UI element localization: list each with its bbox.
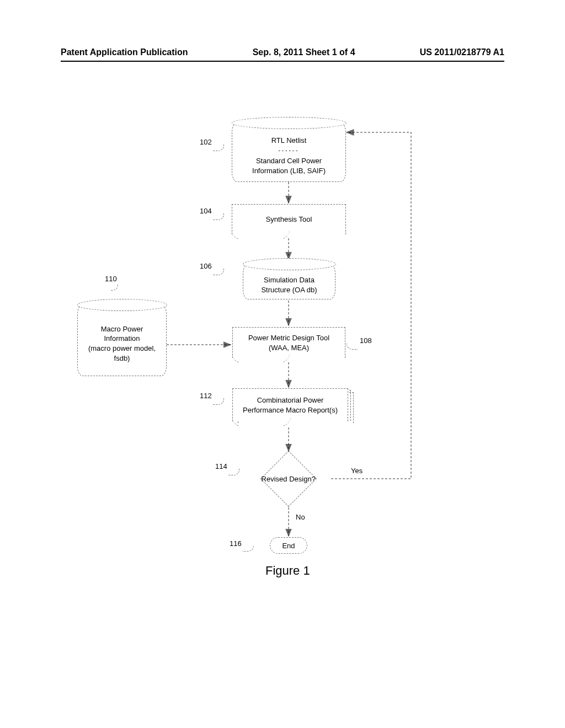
sim-line1: Simulation Data: [264, 275, 315, 285]
ref-102: 102: [200, 138, 212, 146]
figure-label: Figure 1: [265, 564, 310, 578]
macro-line4: fsdb): [114, 354, 130, 363]
macro-line3: (macro power model,: [88, 344, 156, 354]
node-reports: Combinatorial Power Performance Macro Re…: [232, 388, 348, 421]
callout-114: [228, 469, 239, 475]
divider: ------: [279, 147, 300, 154]
header-divider: [61, 61, 504, 62]
node-end: End: [270, 537, 307, 554]
sim-line2: Structure (OA db): [261, 285, 317, 295]
macro-line1: Macro Power: [101, 324, 143, 334]
end-text: End: [282, 542, 295, 550]
callout-112: [213, 398, 224, 405]
flowchart-diagram: RTL Netlist ------ Standard Cell Power I…: [0, 116, 565, 667]
header-left: Patent Application Publication: [61, 47, 188, 57]
ref-112: 112: [200, 392, 212, 400]
pm-line1: Power Metric Design Tool: [248, 333, 329, 343]
doc-curve: [232, 417, 349, 426]
macro-line2: Information: [104, 334, 140, 344]
ref-106: 106: [200, 262, 212, 270]
callout-104: [213, 213, 224, 220]
callout-116: [243, 546, 254, 552]
node-synthesis-tool: Synthesis Tool: [232, 204, 346, 234]
ref-104: 104: [200, 207, 212, 215]
decision-text: Revised Design?: [262, 475, 316, 483]
pm-line2: (WAA, MEA): [269, 343, 309, 353]
label-yes: Yes: [351, 467, 363, 475]
rtl-title: RTL Netlist: [271, 136, 307, 146]
doc-curve: [232, 354, 346, 362]
ref-110: 110: [105, 275, 117, 283]
node-simulation-data: Simulation Data Structure (OA db): [243, 264, 335, 299]
rtl-line3: Information (LIB, SAIF): [252, 166, 326, 176]
header-center: Sep. 8, 2011 Sheet 1 of 4: [253, 47, 355, 57]
ref-108: 108: [360, 336, 372, 345]
db-ellipse-top: [232, 117, 347, 129]
doc-curve: [232, 230, 347, 239]
ref-116: 116: [230, 539, 242, 548]
rep-line2: Performance Macro Report(s): [243, 405, 338, 415]
callout-108: [347, 343, 358, 350]
node-rtl-netlist: RTL Netlist ------ Standard Cell Power I…: [232, 122, 346, 182]
label-no: No: [296, 513, 305, 521]
node-decision: Revised Design?: [260, 451, 317, 507]
callout-102: [213, 144, 224, 151]
rep-line1: Combinatorial Power: [257, 395, 324, 405]
callout-106: [213, 269, 224, 275]
node-power-metric-tool: Power Metric Design Tool (WAA, MEA): [232, 327, 345, 358]
synthesis-text: Synthesis Tool: [266, 215, 312, 224]
callout-110: [110, 284, 118, 291]
db-ellipse-top: [243, 258, 336, 270]
node-macro-power: Macro Power Information (macro power mod…: [77, 304, 167, 376]
ref-114: 114: [215, 462, 227, 470]
rtl-line2: Standard Cell Power: [256, 156, 322, 166]
db-ellipse-top: [77, 299, 167, 311]
header-right: US 2011/0218779 A1: [420, 47, 504, 57]
